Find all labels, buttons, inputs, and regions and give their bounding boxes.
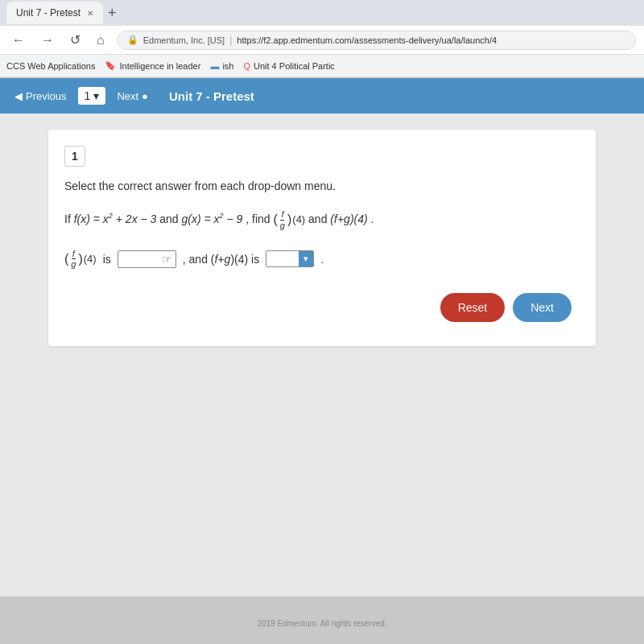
dropdown1[interactable]: ☞	[118, 250, 176, 268]
question-num-value: 1	[85, 89, 91, 102]
answer-period: .	[320, 253, 324, 266]
next-nav-label: Next	[117, 90, 138, 102]
footer-text: 2019 Edmentum. All rights reserved.	[257, 619, 386, 628]
expr1-display: ( f g ) (4)	[274, 207, 306, 233]
question-instruction: Select the correct answer from each drop…	[64, 180, 572, 192]
tab-title: Unit 7 - Pretest	[16, 7, 80, 19]
back-button[interactable]: ←	[8, 31, 29, 49]
reset-button[interactable]: Reset	[440, 293, 506, 322]
bookmark-unit4[interactable]: Q Unit 4 Political Partic	[243, 61, 334, 71]
body-and2: and	[308, 213, 330, 225]
new-tab-icon[interactable]: +	[108, 5, 117, 22]
button-row: Reset Next	[64, 293, 572, 322]
f-definition: f(x) = x2 + 2x − 3	[74, 213, 160, 225]
fraction-f-over-g-answer: f g	[70, 249, 76, 269]
url-field[interactable]: 🔒 Edmentum, Inc. [US] | https://f2.app.e…	[117, 31, 636, 50]
question-num-arrow: ▾	[93, 89, 99, 102]
is-text1: is	[103, 253, 111, 266]
dropdown1-input[interactable]	[118, 251, 159, 266]
previous-label: Previous	[26, 90, 67, 102]
prev-icon: ◀	[14, 90, 23, 102]
dropdown2[interactable]: ▾	[266, 250, 314, 267]
bookmarks-bar: CCS Web Applications 🔖 Intelligence in l…	[0, 55, 644, 77]
fraction-f-over-g: f g	[279, 209, 286, 229]
dropdown2-arrow[interactable]: ▾	[299, 251, 313, 266]
g-definition: g(x) = x2 − 9	[182, 213, 246, 225]
bookmark-ccs-label: CCS Web Applications	[6, 61, 95, 71]
next-button[interactable]: Next	[513, 293, 572, 322]
body-period: .	[371, 213, 374, 225]
bookmark-intelligence-icon: 🔖	[105, 60, 116, 71]
bookmark-unit4-label: Unit 4 Political Partic	[254, 61, 335, 71]
body-find: , find	[246, 213, 273, 225]
bookmark-intelligence[interactable]: 🔖 Intelligence in leader	[105, 60, 200, 71]
bookmark-ish-icon: ▬	[210, 61, 219, 71]
bookmark-ish-label: ish	[222, 61, 233, 71]
question-number-selector[interactable]: 1 ▾	[78, 87, 106, 105]
bookmark-unit4-icon: Q	[243, 61, 250, 71]
question-number-badge: 1	[64, 146, 85, 167]
top-nav: ◀ Previous 1 ▾ Next ● Unit 7 - Pretest	[0, 78, 644, 114]
question-card: 1 Select the correct answer from each dr…	[48, 130, 596, 346]
question-body: If f(x) = x2 + 2x − 3 and g(x) = x2 − 9 …	[64, 207, 572, 233]
url-separator: |	[229, 35, 232, 46]
body-if: If	[64, 213, 74, 225]
tab-bar: Unit 7 - Pretest ✕ +	[0, 0, 644, 26]
answer-expr1: ( f g ) (4)	[64, 249, 97, 269]
active-tab[interactable]: Unit 7 - Pretest ✕	[6, 2, 103, 24]
main-content: 1 Select the correct answer from each dr…	[0, 114, 644, 597]
answer-and: , and (f+g)(4) is	[183, 253, 259, 266]
nav-title: Unit 7 - Pretest	[169, 89, 254, 103]
browser-chrome: Unit 7 - Pretest ✕ + ← → ↺ ⌂ 🔒 Edmentum,…	[0, 0, 644, 78]
bookmark-ccs[interactable]: CCS Web Applications	[6, 61, 95, 71]
dropdown2-input[interactable]	[266, 251, 299, 266]
dropdown1-cursor-icon: ☞	[159, 251, 175, 267]
home-button[interactable]: ⌂	[93, 31, 109, 49]
bookmark-intelligence-label: Intelligence in leader	[119, 61, 200, 71]
bookmark-ish[interactable]: ▬ ish	[210, 61, 233, 71]
footer: 2019 Edmentum. All rights reserved.	[0, 611, 644, 636]
address-bar: ← → ↺ ⌂ 🔒 Edmentum, Inc. [US] | https://…	[0, 26, 644, 55]
refresh-button[interactable]: ↺	[66, 31, 85, 49]
lock-icon: 🔒	[127, 35, 138, 45]
body-and: and	[159, 213, 181, 225]
url-site: Edmentum, Inc. [US]	[143, 35, 225, 45]
previous-button[interactable]: ◀ Previous	[10, 87, 72, 105]
expr2-display: (f+g)(4)	[330, 213, 370, 225]
forward-button[interactable]: →	[37, 31, 58, 49]
answer-row: ( f g ) (4) is ☞ , and (f+g)(4) is ▾ .	[64, 249, 572, 269]
next-nav-icon: ●	[142, 90, 148, 102]
tab-close-icon[interactable]: ✕	[87, 9, 93, 18]
next-nav-button[interactable]: Next ●	[112, 87, 153, 105]
url-full: https://f2.app.edmentum.com/assessments-…	[237, 35, 497, 45]
